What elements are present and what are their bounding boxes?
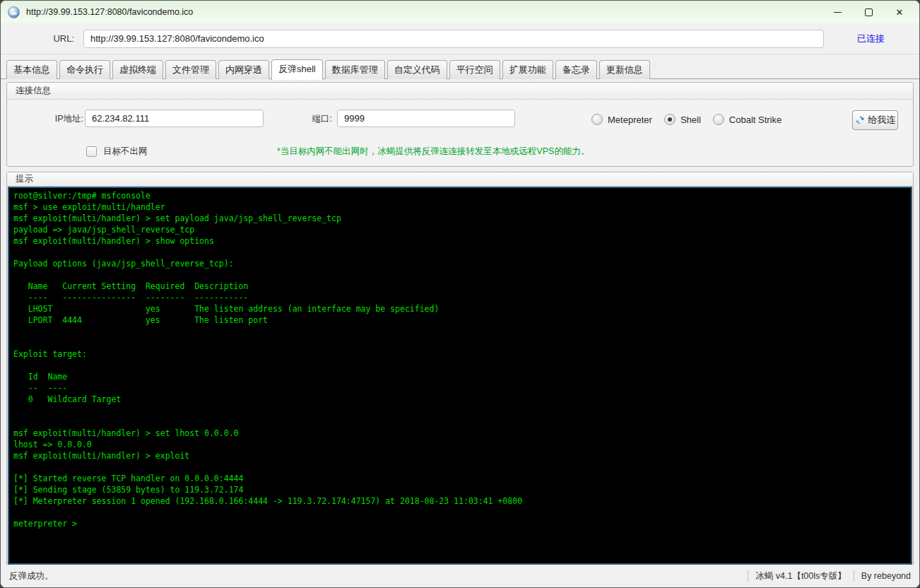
tab-database[interactable]: 数据库管理	[325, 60, 385, 79]
tab-bar: 基本信息 命令执行 虚拟终端 文件管理 内网穿透 反弹shell 数据库管理 自…	[1, 54, 919, 79]
radio-circle-icon	[591, 114, 603, 125]
target-offline-label: 目标不出网	[103, 145, 148, 158]
msfconsole-terminal[interactable]: root@silver:/tmp# msfconsole msf > use e…	[8, 187, 912, 565]
status-bar: 反弹成功。 冰蝎 v4.1【t00ls专版】 By rebeyond	[1, 565, 919, 587]
terminal-output[interactable]: root@silver:/tmp# msfconsole msf > use e…	[9, 188, 911, 529]
radio-circle-icon	[713, 114, 724, 125]
port-label: 端口:	[297, 110, 332, 129]
connection-panel-title: 连接信息	[7, 83, 913, 100]
ip-label: IP地址:	[48, 110, 83, 129]
tab-update-info[interactable]: 更新信息	[599, 60, 650, 79]
maximize-icon	[865, 8, 873, 16]
connection-info-panel: 连接信息 IP地址: 端口: Metepreter Shell Cobalt S…	[6, 82, 914, 167]
tab-memo[interactable]: 备忘录	[555, 60, 597, 79]
tab-intranet-tunnel[interactable]: 内网穿透	[218, 60, 269, 79]
tab-virtual-terminal[interactable]: 虚拟终端	[112, 60, 163, 79]
app-window: http://39.99.153.127:8080/favicondemo.ic…	[0, 0, 920, 588]
radio-cobalt-strike-label: Cobalt Strike	[729, 114, 782, 125]
port-input[interactable]	[337, 110, 515, 127]
payload-type-radio-group: Metepreter Shell Cobalt Strike	[591, 110, 782, 129]
minimize-icon	[834, 12, 842, 13]
connect-button[interactable]: 给我连	[852, 110, 898, 130]
title-bar: http://39.99.153.127:8080/favicondemo.ic…	[1, 1, 919, 23]
app-icon	[8, 6, 20, 18]
ip-input[interactable]	[85, 110, 264, 127]
minimize-button[interactable]	[822, 1, 853, 23]
tab-parallel-space[interactable]: 平行空间	[449, 60, 500, 79]
radio-circle-icon	[664, 114, 676, 125]
close-icon: ✕	[896, 7, 904, 18]
radio-metepreter-label: Metepreter	[608, 114, 652, 125]
url-row: URL: 已连接	[1, 23, 919, 54]
tab-command-exec[interactable]: 命令执行	[59, 60, 110, 79]
tab-basic-info[interactable]: 基本信息	[6, 60, 57, 79]
close-button[interactable]: ✕	[884, 1, 915, 23]
connect-button-label: 给我连	[868, 114, 896, 127]
tab-file-manager[interactable]: 文件管理	[165, 60, 216, 79]
sync-arrows-icon	[855, 115, 865, 125]
target-offline-checkbox[interactable]	[86, 146, 97, 157]
status-divider	[748, 570, 748, 582]
radio-shell-label: Shell	[680, 114, 701, 125]
status-message: 反弹成功。	[9, 570, 54, 582]
window-title: http://39.99.153.127:8080/favicondemo.ic…	[26, 7, 193, 17]
tab-extensions[interactable]: 扩展功能	[502, 60, 553, 79]
url-label: URL:	[1, 33, 74, 44]
offline-hint-text: *当目标内网不能出网时，冰蝎提供将反弹连连接转发至本地或远程VPS的能力。	[277, 145, 589, 158]
app-version: 冰蝎 v4.1【t00ls专版】	[755, 570, 847, 582]
radio-cobalt-strike[interactable]: Cobalt Strike	[713, 114, 782, 125]
connected-status-link[interactable]: 已连接	[857, 33, 885, 45]
radio-shell[interactable]: Shell	[664, 114, 701, 125]
app-author: By rebeyond	[861, 571, 911, 581]
console-panel: 提示 root@silver:/tmp# msfconsole msf > us…	[6, 172, 914, 566]
tab-reverse-shell[interactable]: 反弹shell	[271, 59, 323, 80]
status-right: 冰蝎 v4.1【t00ls专版】 By rebeyond	[748, 570, 911, 582]
tab-custom-code[interactable]: 自定义代码	[387, 60, 447, 79]
window-controls: ✕	[822, 1, 915, 23]
console-panel-title: 提示	[7, 172, 913, 187]
status-divider	[854, 570, 854, 582]
url-input[interactable]	[83, 30, 824, 48]
maximize-button[interactable]	[853, 1, 884, 23]
radio-metepreter[interactable]: Metepreter	[591, 114, 652, 125]
